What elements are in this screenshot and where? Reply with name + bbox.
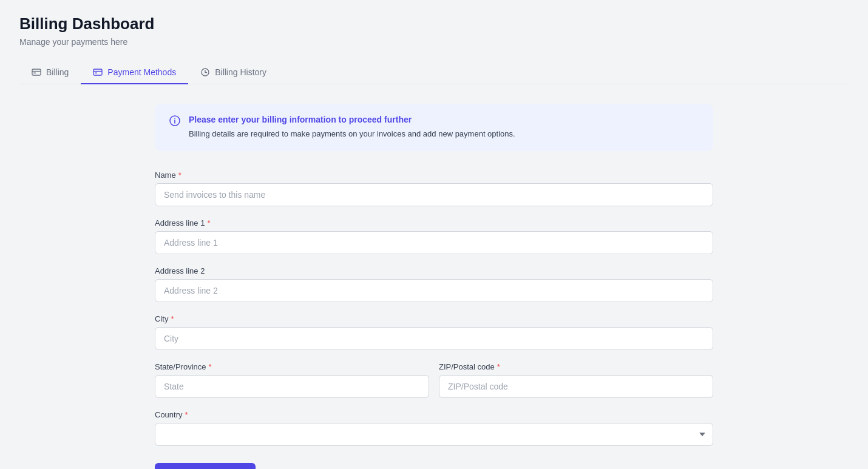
address1-input[interactable]: [155, 231, 713, 254]
zip-required: *: [497, 362, 500, 371]
state-label: State/Province *: [155, 362, 429, 371]
billing-icon: [32, 67, 41, 77]
svg-rect-5: [95, 73, 97, 74]
alert-banner: Please enter your billing information to…: [155, 104, 713, 151]
tab-billing-label: Billing: [46, 67, 69, 77]
page-subtitle: Manage your payments here: [19, 37, 849, 47]
tab-billing-history-label: Billing History: [215, 67, 266, 77]
tab-payment-methods[interactable]: Payment Methods: [81, 61, 188, 84]
state-required: *: [209, 362, 212, 371]
zip-input[interactable]: [439, 375, 713, 398]
svg-rect-3: [93, 69, 102, 75]
tabs-nav: Billing Payment Methods Billing History: [19, 61, 849, 84]
alert-title: Please enter your billing information to…: [189, 115, 515, 124]
name-field-group: Name *: [155, 170, 713, 206]
payment-methods-icon: [93, 67, 103, 77]
address2-input[interactable]: [155, 279, 713, 302]
state-zip-row: State/Province * ZIP/Postal code *: [155, 362, 713, 410]
country-select[interactable]: United States United Kingdom Canada Aust…: [155, 423, 713, 446]
page-title: Billing Dashboard: [19, 15, 849, 33]
info-icon: [169, 115, 180, 129]
svg-rect-0: [32, 69, 41, 75]
svg-rect-2: [33, 73, 36, 74]
state-field-group: State/Province *: [155, 362, 429, 398]
tab-payment-methods-label: Payment Methods: [107, 67, 176, 77]
city-input[interactable]: [155, 327, 713, 350]
billing-form: Name * Address line 1 * Address line 2: [155, 170, 713, 469]
address1-label: Address line 1 *: [155, 218, 713, 228]
billing-history-icon: [200, 67, 210, 77]
address1-required: *: [207, 218, 210, 228]
svg-point-9: [174, 118, 175, 120]
city-label: City *: [155, 314, 713, 323]
state-input[interactable]: [155, 375, 429, 398]
zip-label: ZIP/Postal code *: [439, 362, 713, 371]
alert-content: Please enter your billing information to…: [189, 115, 515, 140]
country-required: *: [185, 410, 188, 419]
tab-billing-history[interactable]: Billing History: [188, 61, 279, 84]
address2-field-group: Address line 2: [155, 266, 713, 302]
name-required: *: [178, 170, 181, 180]
country-field-group: Country * United States United Kingdom C…: [155, 410, 713, 446]
address1-field-group: Address line 1 *: [155, 218, 713, 254]
name-label: Name *: [155, 170, 713, 180]
name-input[interactable]: [155, 183, 713, 206]
city-required: *: [171, 314, 174, 323]
zip-field-group: ZIP/Postal code *: [439, 362, 713, 398]
country-label: Country *: [155, 410, 713, 419]
content-area: Please enter your billing information to…: [155, 104, 713, 469]
alert-description: Billing details are required to make pay…: [189, 128, 515, 140]
save-continue-button[interactable]: Save & Continue +: [155, 463, 256, 469]
city-field-group: City *: [155, 314, 713, 350]
address2-label: Address line 2: [155, 266, 713, 275]
tab-billing[interactable]: Billing: [19, 61, 81, 84]
